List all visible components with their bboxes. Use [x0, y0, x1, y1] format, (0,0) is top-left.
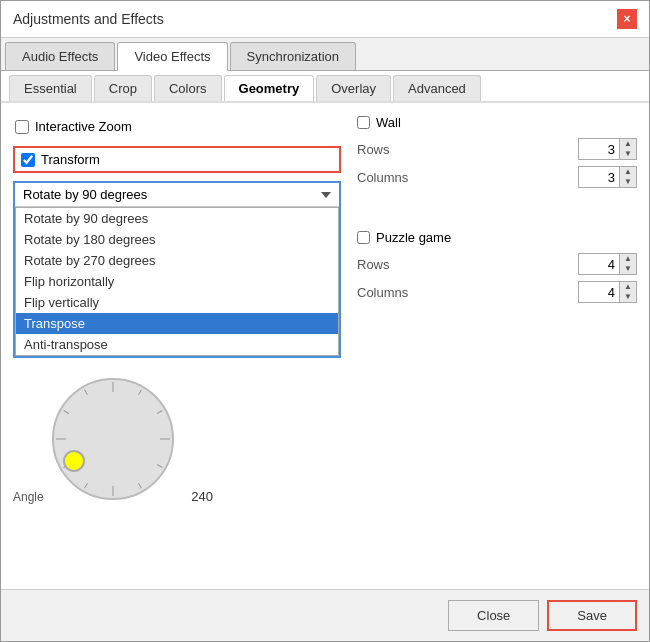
save-button[interactable]: Save — [547, 600, 637, 631]
svg-point-0 — [53, 379, 173, 499]
puzzle-columns-label: Columns — [357, 285, 408, 300]
close-button[interactable]: Close — [448, 600, 539, 631]
interactive-zoom-checkbox[interactable] — [15, 120, 29, 134]
dropdown-list: Rotate by 90 degrees Rotate by 180 degre… — [15, 207, 339, 356]
puzzle-checkbox[interactable] — [357, 231, 370, 244]
angle-label: Angle — [13, 490, 44, 504]
wall-columns-label: Columns — [357, 170, 408, 185]
dialog-title: Adjustments and Effects — [13, 11, 164, 27]
tab-synchronization[interactable]: Synchronization — [230, 42, 357, 70]
puzzle-rows-spinner-buttons: ▲ ▼ — [619, 254, 636, 274]
wall-rows-row: Rows 3 ▲ ▼ — [357, 138, 637, 160]
puzzle-columns-increment[interactable]: ▲ — [620, 282, 636, 292]
interactive-zoom-label: Interactive Zoom — [35, 119, 132, 134]
wall-label: Wall — [376, 115, 401, 130]
transform-dropdown-container: Rotate by 90 degrees Rotate by 90 degree… — [13, 181, 341, 358]
svg-point-13 — [64, 451, 84, 471]
wall-section: Wall Rows 3 ▲ ▼ Columns — [357, 115, 637, 194]
sub-tabs: Essential Crop Colors Geometry Overlay A… — [1, 71, 649, 103]
puzzle-columns-row: Columns 4 ▲ ▼ — [357, 281, 637, 303]
tab-advanced[interactable]: Advanced — [393, 75, 481, 101]
angle-section: Angle — [13, 374, 341, 514]
puzzle-columns-input[interactable]: 4 — [579, 283, 619, 302]
puzzle-header: Puzzle game — [357, 230, 637, 245]
main-tabs: Audio Effects Video Effects Synchronizat… — [1, 38, 649, 71]
tab-geometry[interactable]: Geometry — [224, 75, 315, 101]
wall-checkbox[interactable] — [357, 116, 370, 129]
list-item[interactable]: Rotate by 180 degrees — [16, 229, 338, 250]
angle-value: 240 — [191, 489, 213, 504]
dropdown-selected-text: Rotate by 90 degrees — [23, 187, 147, 202]
puzzle-columns-spinner: 4 ▲ ▼ — [578, 281, 637, 303]
close-icon[interactable]: × — [617, 9, 637, 29]
dropdown-arrow-icon — [321, 192, 331, 198]
tab-crop[interactable]: Crop — [94, 75, 152, 101]
wall-rows-increment[interactable]: ▲ — [620, 139, 636, 149]
wall-columns-row: Columns 3 ▲ ▼ — [357, 166, 637, 188]
wall-rows-decrement[interactable]: ▼ — [620, 149, 636, 159]
list-item-transpose[interactable]: Transpose — [16, 313, 338, 334]
two-column-layout: Interactive Zoom Transform Rotate by 90 … — [13, 115, 637, 577]
angle-dial[interactable] — [43, 374, 183, 504]
list-item[interactable]: Rotate by 90 degrees — [16, 208, 338, 229]
puzzle-section: Puzzle game Rows 4 ▲ ▼ Columns — [357, 230, 637, 309]
tab-video-effects[interactable]: Video Effects — [117, 42, 227, 71]
puzzle-rows-label: Rows — [357, 257, 390, 272]
puzzle-rows-decrement[interactable]: ▼ — [620, 264, 636, 274]
puzzle-columns-decrement[interactable]: ▼ — [620, 292, 636, 302]
wall-columns-increment[interactable]: ▲ — [620, 167, 636, 177]
transform-box: Transform — [13, 146, 341, 173]
tab-overlay[interactable]: Overlay — [316, 75, 391, 101]
puzzle-label: Puzzle game — [376, 230, 451, 245]
tab-audio-effects[interactable]: Audio Effects — [5, 42, 115, 70]
list-item[interactable]: Rotate by 270 degrees — [16, 250, 338, 271]
tab-colors[interactable]: Colors — [154, 75, 222, 101]
puzzle-columns-spinner-buttons: ▲ ▼ — [619, 282, 636, 302]
puzzle-rows-input[interactable]: 4 — [579, 255, 619, 274]
content-area: Interactive Zoom Transform Rotate by 90 … — [1, 103, 649, 589]
list-item[interactable]: Flip horizontally — [16, 271, 338, 292]
wall-rows-spinner-buttons: ▲ ▼ — [619, 139, 636, 159]
list-item[interactable]: Flip vertically — [16, 292, 338, 313]
interactive-zoom-row: Interactive Zoom — [13, 115, 341, 138]
puzzle-rows-spinner: 4 ▲ ▼ — [578, 253, 637, 275]
wall-rows-spinner: 3 ▲ ▼ — [578, 138, 637, 160]
transform-checkbox[interactable] — [21, 153, 35, 167]
puzzle-rows-row: Rows 4 ▲ ▼ — [357, 253, 637, 275]
puzzle-rows-increment[interactable]: ▲ — [620, 254, 636, 264]
transform-label: Transform — [41, 152, 100, 167]
wall-columns-spinner: 3 ▲ ▼ — [578, 166, 637, 188]
footer: Close Save — [1, 589, 649, 641]
left-column: Interactive Zoom Transform Rotate by 90 … — [13, 115, 341, 577]
right-column: Wall Rows 3 ▲ ▼ Columns — [357, 115, 637, 577]
list-item-anti-transpose[interactable]: Anti-transpose — [16, 334, 338, 355]
wall-rows-input[interactable]: 3 — [579, 140, 619, 159]
wall-columns-input[interactable]: 3 — [579, 168, 619, 187]
tab-essential[interactable]: Essential — [9, 75, 92, 101]
wall-columns-spinner-buttons: ▲ ▼ — [619, 167, 636, 187]
wall-columns-decrement[interactable]: ▼ — [620, 177, 636, 187]
wall-rows-label: Rows — [357, 142, 390, 157]
wall-header: Wall — [357, 115, 637, 130]
dropdown-selected[interactable]: Rotate by 90 degrees — [15, 183, 339, 207]
title-bar: Adjustments and Effects × — [1, 1, 649, 38]
dialog: Adjustments and Effects × Audio Effects … — [0, 0, 650, 642]
